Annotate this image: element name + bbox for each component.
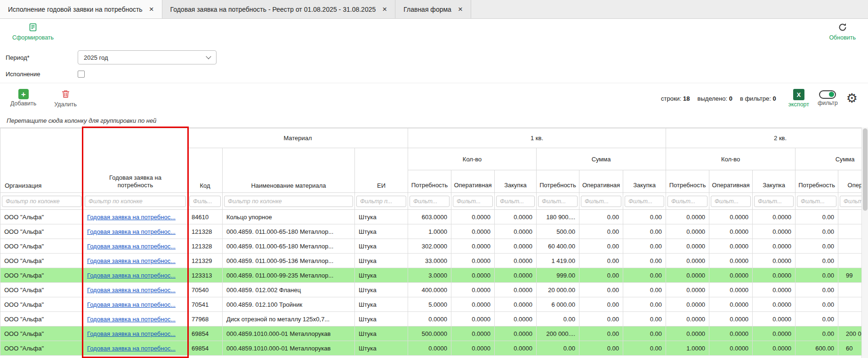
filter-cell xyxy=(537,193,579,210)
column-header[interactable]: Кол-во xyxy=(408,148,537,170)
table-row[interactable]: ООО "Альфа"Годовая заявка на потребнос..… xyxy=(0,254,862,268)
column-filter-input[interactable] xyxy=(754,196,794,207)
request-link[interactable]: Годовая заявка на потребнос... xyxy=(87,316,176,323)
table-row[interactable]: ООО "Альфа"Годовая заявка на потребнос..… xyxy=(0,210,862,224)
vertical-scrollbar[interactable] xyxy=(861,127,868,358)
cell: ООО "Альфа" xyxy=(0,254,83,268)
table-row[interactable]: ООО "Альфа"Годовая заявка на потребнос..… xyxy=(0,312,862,326)
request-link[interactable]: Годовая заявка на потребнос... xyxy=(87,228,176,235)
cell: 121328 xyxy=(188,224,223,239)
column-header[interactable]: ЕИ xyxy=(355,148,408,193)
column-filter-input[interactable] xyxy=(496,196,535,207)
request-link[interactable]: Годовая заявка на потребнос... xyxy=(87,272,176,279)
column-header[interactable]: Оперативная xyxy=(451,170,495,193)
column-header[interactable]: Оперативная xyxy=(579,170,623,193)
cell: 6 000.00 xyxy=(537,297,579,312)
cell: 0.0000 xyxy=(666,239,709,254)
column-header[interactable]: Оперативная xyxy=(838,170,861,193)
close-icon[interactable]: × xyxy=(149,5,154,13)
request-link[interactable]: Годовая заявка на потребнос... xyxy=(87,301,176,308)
column-filter-input[interactable] xyxy=(224,196,353,207)
column-header[interactable]: Код xyxy=(188,148,223,193)
column-filter-input[interactable] xyxy=(2,196,81,207)
add-button[interactable]: + Добавить xyxy=(10,89,36,108)
column-header[interactable]: Оперативная xyxy=(709,170,753,193)
column-header[interactable]: Потребность xyxy=(666,170,709,193)
filter-toggle[interactable]: фильтр xyxy=(818,90,838,106)
column-header[interactable]: Сумма xyxy=(796,148,861,170)
period-select[interactable]: 2025 год xyxy=(78,50,217,64)
generate-button[interactable]: Сформировать xyxy=(12,23,54,41)
cell: 0.00 xyxy=(796,254,838,268)
column-header[interactable]: Материал xyxy=(188,128,408,148)
column-header[interactable]: 1 кв. xyxy=(408,128,666,148)
cell: 0.0000 xyxy=(666,268,709,283)
gear-icon[interactable]: ⚙ xyxy=(846,92,858,105)
table-row[interactable]: ООО "Альфа"Годовая заявка на потребнос..… xyxy=(0,297,862,312)
column-filter-input[interactable] xyxy=(453,196,493,207)
execution-checkbox[interactable] xyxy=(78,71,85,78)
table-row[interactable]: ООО "Альфа"Годовая заявка на потребнос..… xyxy=(0,239,862,254)
request-link[interactable]: Годовая заявка на потребнос... xyxy=(87,243,176,250)
column-filter-input[interactable] xyxy=(581,196,621,207)
table-row[interactable]: ООО "Альфа"Годовая заявка на потребнос..… xyxy=(0,341,862,356)
column-filter-input[interactable] xyxy=(840,196,861,207)
column-filter-input[interactable] xyxy=(667,196,707,207)
refresh-button[interactable]: Обновить xyxy=(829,23,856,41)
table-row[interactable]: ООО "Альфа"Годовая заявка на потребнос..… xyxy=(0,283,862,297)
tab-execution-of-annual-request[interactable]: Исполнение годовой заявки на потребность… xyxy=(0,0,162,18)
table-row[interactable]: ООО "Альфа"Годовая заявка на потребнос..… xyxy=(0,268,862,283)
request-link[interactable]: Годовая заявка на потребнос... xyxy=(87,214,176,221)
column-header[interactable]: Кол-во xyxy=(666,148,796,170)
cell: 0.0000 xyxy=(753,210,796,224)
cell: ООО "Альфа" xyxy=(0,283,83,297)
cell xyxy=(838,283,861,297)
cell: 0.0000 xyxy=(495,268,537,283)
cell: 0.0000 xyxy=(753,254,796,268)
column-header[interactable]: Закупка xyxy=(495,170,537,193)
column-header[interactable]: Потребность xyxy=(408,170,451,193)
request-link[interactable]: Годовая заявка на потребнос... xyxy=(87,257,176,264)
tab-main-form[interactable]: Главная форма × xyxy=(395,0,471,18)
grid-toolbar: + Добавить Удалить строки: 18 выделено: … xyxy=(0,83,868,113)
column-header[interactable]: Наименование материала xyxy=(223,148,355,193)
scrollbar-thumb[interactable] xyxy=(863,128,868,211)
filter-cell xyxy=(579,193,623,210)
tab-annual-request-registry[interactable]: Годовая заявка на потребность - Реестр о… xyxy=(162,0,396,18)
request-link[interactable]: Годовая заявка на потребнос... xyxy=(87,345,176,352)
cell: 121328 xyxy=(188,239,223,254)
column-header[interactable]: 2 кв. xyxy=(666,128,861,148)
cell: 600.00 xyxy=(796,341,838,356)
column-header[interactable]: Закупка xyxy=(623,170,666,193)
column-filter-input[interactable] xyxy=(189,196,221,207)
close-icon[interactable]: × xyxy=(458,5,463,13)
cell: 000.4859. 011.000-65-180 Металлор... xyxy=(223,239,355,254)
column-header[interactable]: Потребность xyxy=(796,170,838,193)
cell: 0.00 xyxy=(579,297,623,312)
group-drop-zone[interactable]: Перетащите сюда колонку для группировки … xyxy=(0,113,868,127)
table-row[interactable]: ООО "Альфа"Годовая заявка на потребнос..… xyxy=(0,326,862,341)
request-link[interactable]: Годовая заявка на потребнос... xyxy=(87,286,176,294)
column-filter-input[interactable] xyxy=(711,196,751,207)
column-filter-input[interactable] xyxy=(538,196,578,207)
column-filter-input[interactable] xyxy=(797,196,836,207)
column-header[interactable]: Организация xyxy=(0,128,83,193)
column-filter-input[interactable] xyxy=(356,196,406,207)
add-label: Добавить xyxy=(10,100,36,107)
column-filter-input[interactable] xyxy=(625,196,664,207)
close-icon[interactable]: × xyxy=(382,5,387,13)
cell: 0.00 xyxy=(579,341,623,356)
cell: Годовая заявка на потребнос... xyxy=(83,239,188,254)
request-link[interactable]: Годовая заявка на потребнос... xyxy=(87,330,176,337)
column-header[interactable]: Сумма xyxy=(537,148,666,170)
delete-button[interactable]: Удалить xyxy=(54,89,77,108)
column-filter-input[interactable] xyxy=(85,196,186,207)
cell: ООО "Альфа" xyxy=(0,210,83,224)
column-header[interactable]: Потребность xyxy=(537,170,579,193)
cell: Штука xyxy=(355,224,408,239)
export-excel-button[interactable]: X экспорт xyxy=(788,89,809,108)
table-row[interactable]: ООО "Альфа"Годовая заявка на потребнос..… xyxy=(0,224,862,239)
column-header[interactable]: Закупка xyxy=(753,170,796,193)
column-filter-input[interactable] xyxy=(410,196,450,207)
column-header[interactable]: Годовая заявка на потребность xyxy=(83,128,188,193)
